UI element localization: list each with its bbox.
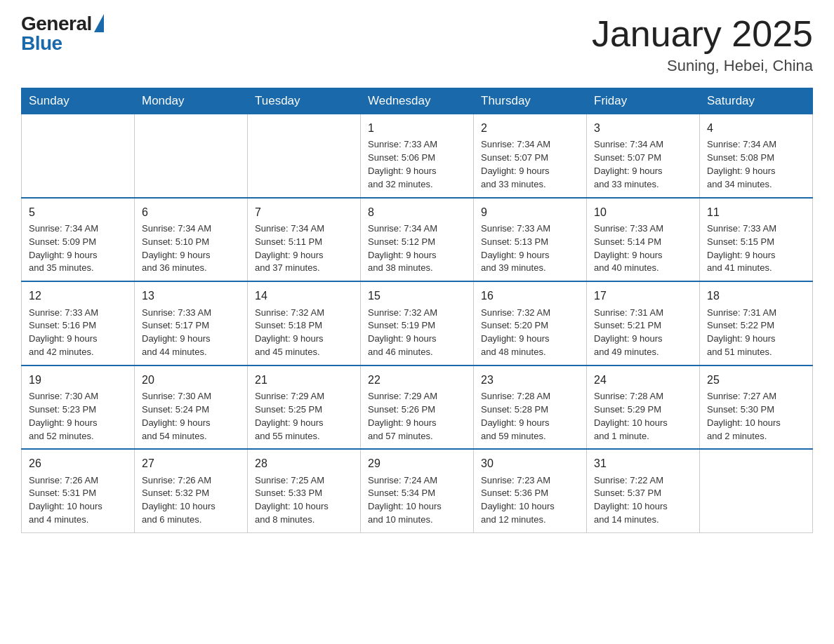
day-info: Sunrise: 7:26 AM Sunset: 5:31 PM Dayligh…	[29, 474, 127, 527]
calendar-day-cell: 26Sunrise: 7:26 AM Sunset: 5:31 PM Dayli…	[22, 449, 135, 532]
day-info: Sunrise: 7:34 AM Sunset: 5:11 PM Dayligh…	[255, 222, 353, 275]
day-number: 24	[594, 372, 692, 388]
calendar-day-cell: 14Sunrise: 7:32 AM Sunset: 5:18 PM Dayli…	[248, 281, 361, 365]
calendar-day-cell: 31Sunrise: 7:22 AM Sunset: 5:37 PM Dayli…	[587, 449, 700, 532]
calendar-day-cell	[135, 114, 248, 198]
calendar-day-cell: 30Sunrise: 7:23 AM Sunset: 5:36 PM Dayli…	[474, 449, 587, 532]
calendar-day-cell: 13Sunrise: 7:33 AM Sunset: 5:17 PM Dayli…	[135, 281, 248, 365]
logo-triangle-icon	[94, 14, 104, 32]
day-number: 12	[29, 288, 127, 304]
day-number: 14	[255, 288, 353, 304]
day-info: Sunrise: 7:27 AM Sunset: 5:30 PM Dayligh…	[707, 390, 805, 443]
day-info: Sunrise: 7:34 AM Sunset: 5:09 PM Dayligh…	[29, 222, 127, 275]
day-number: 26	[29, 455, 127, 471]
calendar-week-row: 26Sunrise: 7:26 AM Sunset: 5:31 PM Dayli…	[22, 449, 813, 532]
calendar-week-row: 1Sunrise: 7:33 AM Sunset: 5:06 PM Daylig…	[22, 114, 813, 198]
logo-blue-text: Blue	[21, 34, 62, 53]
logo: General Blue	[21, 14, 104, 53]
day-info: Sunrise: 7:28 AM Sunset: 5:29 PM Dayligh…	[594, 390, 692, 443]
day-number: 1	[368, 120, 466, 136]
day-info: Sunrise: 7:30 AM Sunset: 5:24 PM Dayligh…	[142, 390, 240, 443]
weekday-header-sunday: Sunday	[22, 88, 135, 114]
day-info: Sunrise: 7:29 AM Sunset: 5:26 PM Dayligh…	[368, 390, 466, 443]
day-number: 3	[594, 120, 692, 136]
day-info: Sunrise: 7:34 AM Sunset: 5:07 PM Dayligh…	[481, 138, 579, 191]
calendar-day-cell: 4Sunrise: 7:34 AM Sunset: 5:08 PM Daylig…	[700, 114, 813, 198]
calendar-day-cell: 2Sunrise: 7:34 AM Sunset: 5:07 PM Daylig…	[474, 114, 587, 198]
day-info: Sunrise: 7:30 AM Sunset: 5:23 PM Dayligh…	[29, 390, 127, 443]
calendar-day-cell: 15Sunrise: 7:32 AM Sunset: 5:19 PM Dayli…	[361, 281, 474, 365]
day-number: 15	[368, 288, 466, 304]
day-number: 6	[142, 204, 240, 220]
day-number: 29	[368, 455, 466, 471]
calendar-day-cell: 23Sunrise: 7:28 AM Sunset: 5:28 PM Dayli…	[474, 365, 587, 450]
calendar-day-cell: 24Sunrise: 7:28 AM Sunset: 5:29 PM Dayli…	[587, 365, 700, 450]
calendar-day-cell: 11Sunrise: 7:33 AM Sunset: 5:15 PM Dayli…	[700, 198, 813, 282]
day-number: 5	[29, 204, 127, 220]
calendar-day-cell	[248, 114, 361, 198]
day-info: Sunrise: 7:22 AM Sunset: 5:37 PM Dayligh…	[594, 474, 692, 527]
day-info: Sunrise: 7:29 AM Sunset: 5:25 PM Dayligh…	[255, 390, 353, 443]
weekday-header-friday: Friday	[587, 88, 700, 114]
day-info: Sunrise: 7:31 AM Sunset: 5:21 PM Dayligh…	[594, 307, 692, 359]
calendar-day-cell: 6Sunrise: 7:34 AM Sunset: 5:10 PM Daylig…	[135, 198, 248, 282]
calendar-day-cell: 17Sunrise: 7:31 AM Sunset: 5:21 PM Dayli…	[587, 281, 700, 365]
day-info: Sunrise: 7:28 AM Sunset: 5:28 PM Dayligh…	[481, 390, 579, 443]
day-info: Sunrise: 7:33 AM Sunset: 5:06 PM Dayligh…	[368, 138, 466, 191]
day-info: Sunrise: 7:34 AM Sunset: 5:12 PM Dayligh…	[368, 222, 466, 275]
calendar-week-row: 12Sunrise: 7:33 AM Sunset: 5:16 PM Dayli…	[22, 281, 813, 365]
calendar-day-cell: 10Sunrise: 7:33 AM Sunset: 5:14 PM Dayli…	[587, 198, 700, 282]
day-number: 30	[481, 455, 579, 471]
calendar-table: SundayMondayTuesdayWednesdayThursdayFrid…	[21, 88, 813, 533]
calendar-day-cell: 9Sunrise: 7:33 AM Sunset: 5:13 PM Daylig…	[474, 198, 587, 282]
calendar-day-cell: 20Sunrise: 7:30 AM Sunset: 5:24 PM Dayli…	[135, 365, 248, 450]
calendar-day-cell: 8Sunrise: 7:34 AM Sunset: 5:12 PM Daylig…	[361, 198, 474, 282]
day-info: Sunrise: 7:23 AM Sunset: 5:36 PM Dayligh…	[481, 474, 579, 527]
day-number: 9	[481, 204, 579, 220]
calendar-day-cell: 1Sunrise: 7:33 AM Sunset: 5:06 PM Daylig…	[361, 114, 474, 198]
day-info: Sunrise: 7:32 AM Sunset: 5:19 PM Dayligh…	[368, 307, 466, 359]
day-info: Sunrise: 7:24 AM Sunset: 5:34 PM Dayligh…	[368, 474, 466, 527]
day-info: Sunrise: 7:34 AM Sunset: 5:10 PM Dayligh…	[142, 222, 240, 275]
calendar-day-cell: 5Sunrise: 7:34 AM Sunset: 5:09 PM Daylig…	[22, 198, 135, 282]
weekday-header-wednesday: Wednesday	[361, 88, 474, 114]
calendar-day-cell: 3Sunrise: 7:34 AM Sunset: 5:07 PM Daylig…	[587, 114, 700, 198]
day-number: 28	[255, 455, 353, 471]
day-number: 18	[707, 288, 805, 304]
day-number: 4	[707, 120, 805, 136]
day-info: Sunrise: 7:33 AM Sunset: 5:15 PM Dayligh…	[707, 222, 805, 275]
day-number: 27	[142, 455, 240, 471]
day-number: 20	[142, 372, 240, 388]
day-number: 11	[707, 204, 805, 220]
day-number: 21	[255, 372, 353, 388]
day-number: 10	[594, 204, 692, 220]
day-number: 19	[29, 372, 127, 388]
month-title: January 2025	[592, 14, 813, 54]
weekday-header-thursday: Thursday	[474, 88, 587, 114]
calendar-day-cell: 27Sunrise: 7:26 AM Sunset: 5:32 PM Dayli…	[135, 449, 248, 532]
day-number: 23	[481, 372, 579, 388]
calendar-day-cell: 25Sunrise: 7:27 AM Sunset: 5:30 PM Dayli…	[700, 365, 813, 450]
day-info: Sunrise: 7:25 AM Sunset: 5:33 PM Dayligh…	[255, 474, 353, 527]
calendar-header-row: SundayMondayTuesdayWednesdayThursdayFrid…	[22, 88, 813, 114]
logo-general-text: General	[21, 14, 92, 34]
day-number: 16	[481, 288, 579, 304]
calendar-day-cell: 21Sunrise: 7:29 AM Sunset: 5:25 PM Dayli…	[248, 365, 361, 450]
calendar-day-cell: 18Sunrise: 7:31 AM Sunset: 5:22 PM Dayli…	[700, 281, 813, 365]
calendar-week-row: 5Sunrise: 7:34 AM Sunset: 5:09 PM Daylig…	[22, 198, 813, 282]
calendar-day-cell	[700, 449, 813, 532]
day-number: 31	[594, 455, 692, 471]
day-number: 25	[707, 372, 805, 388]
calendar-day-cell: 28Sunrise: 7:25 AM Sunset: 5:33 PM Dayli…	[248, 449, 361, 532]
day-info: Sunrise: 7:34 AM Sunset: 5:08 PM Dayligh…	[707, 138, 805, 191]
calendar-day-cell: 29Sunrise: 7:24 AM Sunset: 5:34 PM Dayli…	[361, 449, 474, 532]
day-info: Sunrise: 7:34 AM Sunset: 5:07 PM Dayligh…	[594, 138, 692, 191]
day-number: 13	[142, 288, 240, 304]
calendar-day-cell: 12Sunrise: 7:33 AM Sunset: 5:16 PM Dayli…	[22, 281, 135, 365]
day-info: Sunrise: 7:33 AM Sunset: 5:17 PM Dayligh…	[142, 307, 240, 359]
title-block: January 2025 Suning, Hebei, China	[592, 14, 813, 75]
weekday-header-saturday: Saturday	[700, 88, 813, 114]
day-info: Sunrise: 7:32 AM Sunset: 5:20 PM Dayligh…	[481, 307, 579, 359]
day-info: Sunrise: 7:33 AM Sunset: 5:13 PM Dayligh…	[481, 222, 579, 275]
day-number: 2	[481, 120, 579, 136]
